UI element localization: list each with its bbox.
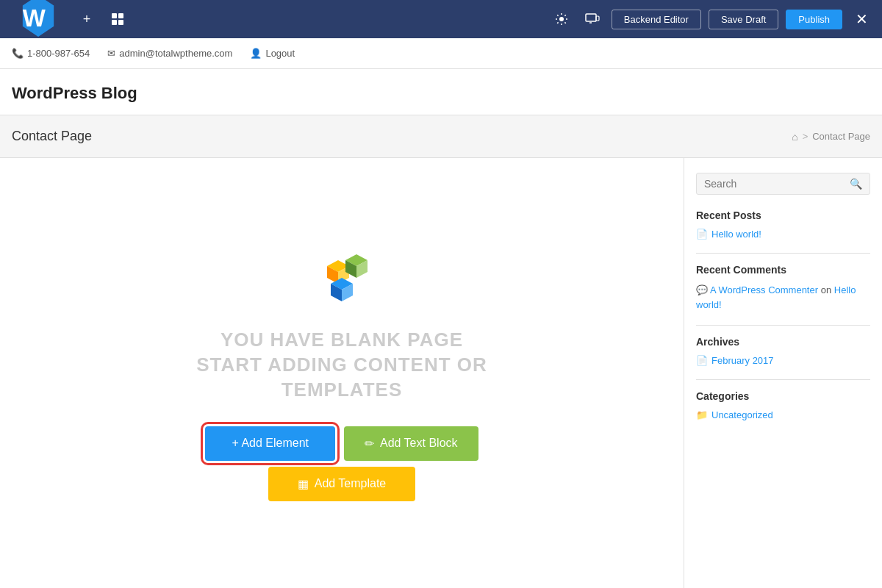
list-item: 📄 Hello world!: [696, 229, 870, 240]
add-template-icon: ▦: [298, 477, 309, 491]
svg-rect-8: [596, 16, 599, 21]
blank-page-text: YOU HAVE BLANK PAGE START ADDING CONTENT…: [196, 328, 487, 402]
list-item: 📁 Uncategorized: [696, 409, 870, 420]
recent-posts-title: Recent Posts: [696, 209, 870, 221]
recent-comments-section: Recent Comments 💬 A WordPress Commenter …: [696, 264, 870, 312]
folder-icon: 📁: [696, 409, 708, 420]
grid-button[interactable]: [106, 7, 129, 31]
on-text: on: [821, 284, 831, 295]
list-item: 📄 February 2017: [696, 355, 870, 366]
recent-posts-section: Recent Posts 📄 Hello world!: [696, 209, 870, 240]
toolbar: W + Backend Editor Save Draft Pu: [0, 0, 882, 38]
email-address: admin@totalwptheme.com: [119, 48, 232, 59]
svg-text:W: W: [23, 4, 46, 32]
sidebar: 🔍 Recent Posts 📄 Hello world! Recent Com…: [684, 158, 882, 588]
divider-1: [696, 253, 870, 254]
phone-number: 1-800-987-654: [27, 48, 90, 59]
settings-button[interactable]: [550, 7, 573, 31]
site-title-bar: WordPress Blog: [0, 69, 882, 115]
svg-rect-4: [112, 20, 117, 25]
logout-item[interactable]: 👤 Logout: [250, 48, 295, 59]
site-title: WordPress Blog: [12, 84, 870, 103]
blank-page-logo: [312, 251, 371, 313]
backend-editor-button[interactable]: Backend Editor: [612, 10, 701, 29]
editor-buttons-row1: + Add Element ✏ Add Text Block: [205, 426, 478, 461]
publish-button[interactable]: Publish: [786, 10, 842, 29]
commenter-link[interactable]: A WordPress Commenter: [710, 284, 818, 295]
editor-buttons: + Add Element ✏ Add Text Block ▦ Add Tem…: [205, 426, 478, 501]
breadcrumb-current: Contact Page: [812, 131, 870, 142]
recent-comments-title: Recent Comments: [696, 264, 870, 276]
sidebar-search[interactable]: 🔍: [696, 173, 870, 195]
add-text-block-button[interactable]: ✏ Add Text Block: [344, 426, 478, 461]
file-icon: 📄: [696, 229, 708, 240]
add-template-label: Add Template: [315, 477, 387, 490]
svg-rect-5: [118, 20, 123, 25]
main-content: YOU HAVE BLANK PAGE START ADDING CONTENT…: [0, 158, 882, 588]
breadcrumb: ⌂ > Contact Page: [792, 131, 870, 143]
svg-rect-2: [112, 13, 117, 18]
archive-icon: 📄: [696, 355, 708, 366]
email-item: ✉ admin@totalwptheme.com: [107, 48, 232, 59]
logout-label: Logout: [265, 48, 295, 59]
add-element-button[interactable]: + Add Element: [205, 426, 335, 461]
user-icon: 👤: [250, 48, 262, 59]
add-text-icon: ✏: [365, 437, 374, 451]
page-title: Contact Page: [12, 129, 92, 144]
divider-2: [696, 325, 870, 326]
breadcrumb-home-icon[interactable]: ⌂: [792, 131, 797, 143]
responsive-button[interactable]: [581, 7, 604, 31]
category-link-1[interactable]: Uncategorized: [711, 409, 773, 420]
breadcrumb-separator: >: [803, 131, 808, 142]
add-button[interactable]: +: [75, 7, 98, 31]
email-icon: ✉: [107, 48, 115, 59]
svg-rect-7: [586, 14, 596, 21]
comment-icon: 💬: [696, 284, 708, 295]
divider-3: [696, 379, 870, 380]
search-input[interactable]: [704, 178, 850, 190]
editor-canvas: YOU HAVE BLANK PAGE START ADDING CONTENT…: [0, 158, 684, 588]
categories-title: Categories: [696, 390, 870, 402]
svg-rect-3: [118, 13, 123, 18]
close-button[interactable]: ✕: [850, 7, 873, 31]
search-icon: 🔍: [850, 178, 862, 190]
archives-section: Archives 📄 February 2017: [696, 336, 870, 366]
admin-bar: 📞 1-800-987-654 ✉ admin@totalwptheme.com…: [0, 38, 882, 69]
phone-item: 📞 1-800-987-654: [12, 48, 90, 59]
recent-post-link-1[interactable]: Hello world!: [711, 229, 761, 240]
add-text-label: Add Text Block: [380, 437, 458, 450]
logo: W: [9, 0, 68, 50]
categories-section: Categories 📁 Uncategorized: [696, 390, 870, 420]
add-template-button[interactable]: ▦ Add Template: [268, 467, 416, 501]
archive-link-1[interactable]: February 2017: [711, 355, 774, 366]
page-header: Contact Page ⌂ > Contact Page: [0, 115, 882, 158]
phone-icon: 📞: [12, 48, 24, 59]
archives-title: Archives: [696, 336, 870, 348]
list-item: 💬 A WordPress Commenter on Hello world!: [696, 283, 870, 312]
save-draft-button[interactable]: Save Draft: [709, 10, 778, 29]
toolbar-right: Backend Editor Save Draft Publish ✕: [550, 7, 873, 31]
svg-point-6: [559, 17, 564, 21]
